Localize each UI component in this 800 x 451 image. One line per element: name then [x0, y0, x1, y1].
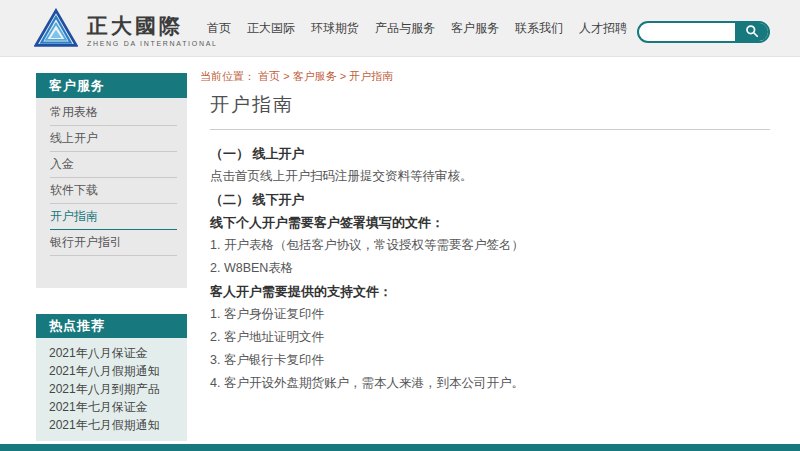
brand-title: 正大國際: [87, 14, 218, 38]
hot-item[interactable]: 2021年八月到期产品: [36, 380, 187, 398]
section-heading-offline: （二） 线下开户: [210, 193, 770, 206]
sidebar-item-bank-account-guide[interactable]: 银行开户指引: [50, 230, 177, 256]
nav-item-home[interactable]: 首页: [207, 20, 231, 37]
sidebar-customer-service: 客户服务 常用表格 线上开户 入金 软件下载 开户指南 银行开户指引: [36, 73, 187, 288]
sidebar-item-software-download[interactable]: 软件下载: [50, 178, 177, 204]
paragraph-subheading: 客人开户需要提供的支持文件：: [210, 285, 770, 298]
hot-list: 2021年八月保证金 2021年八月假期通知 2021年八月到期产品 2021年…: [36, 338, 187, 441]
nav-item-about[interactable]: 正大国际: [247, 20, 295, 37]
breadcrumb-separator: >: [283, 70, 289, 82]
page-root: 正大國際 ZHENG DA INTERNATIONAL 首页 正大国际 环球期货…: [0, 0, 800, 451]
logo-triangle-icon: [34, 8, 78, 52]
breadcrumb: 当前位置： 首页 > 客户服务 > 开户指南: [200, 69, 393, 84]
sidebar-menu: 常用表格 线上开户 入金 软件下载 开户指南 银行开户指引: [36, 98, 187, 288]
main-nav: 首页 正大国际 环球期货 产品与服务 客户服务 联系我们 人才招聘: [207, 0, 627, 57]
paragraph: 1. 客户身份证复印件: [210, 308, 770, 321]
search-icon: [745, 24, 759, 41]
sidebar-item-deposit[interactable]: 入金: [50, 152, 177, 178]
nav-item-customer-service[interactable]: 客户服务: [451, 20, 499, 37]
logo-text: 正大國際 ZHENG DA INTERNATIONAL: [87, 14, 218, 47]
page-title: 开户指南: [210, 92, 770, 130]
paragraph-subheading: 线下个人开户需要客户签署填写的文件：: [210, 216, 770, 229]
hot-item[interactable]: 2021年七月保证金: [36, 398, 187, 416]
hot-item[interactable]: 2021年八月保证金: [36, 344, 187, 362]
breadcrumb-prefix: 当前位置：: [200, 70, 255, 82]
breadcrumb-section[interactable]: 客户服务: [293, 70, 337, 82]
hot-item[interactable]: 2021年八月假期通知: [36, 362, 187, 380]
sidebar-item-common-forms[interactable]: 常用表格: [50, 100, 177, 126]
main-content: 开户指南 （一） 线上开户 点击首页线上开户扫码注册提交资料等待审核。 （二） …: [210, 92, 770, 400]
paragraph: 4. 客户开设外盘期货账户，需本人来港，到本公司开户。: [210, 377, 770, 390]
footer-bar: [0, 444, 800, 451]
hot-item[interactable]: 2021年七月假期通知: [36, 416, 187, 434]
paragraph: 1. 开户表格（包括客户协议，常设授权等需要客户签名）: [210, 239, 770, 252]
hot-title: 热点推荐: [36, 314, 187, 338]
sidebar-item-account-opening-guide[interactable]: 开户指南: [50, 204, 177, 230]
search-input[interactable]: [639, 23, 735, 41]
breadcrumb-home[interactable]: 首页: [258, 70, 280, 82]
sidebar-hot-recommendations: 热点推荐 2021年八月保证金 2021年八月假期通知 2021年八月到期产品 …: [36, 314, 187, 441]
paragraph: 点击首页线上开户扫码注册提交资料等待审核。: [210, 170, 770, 183]
sidebar-title: 客户服务: [36, 73, 187, 98]
logo[interactable]: 正大國際 ZHENG DA INTERNATIONAL: [34, 8, 218, 52]
search-button[interactable]: [735, 23, 768, 41]
paragraph: 2. 客户地址证明文件: [210, 331, 770, 344]
sidebar-item-online-account-opening[interactable]: 线上开户: [50, 126, 177, 152]
search-bar: [637, 21, 770, 43]
breadcrumb-separator: >: [340, 70, 346, 82]
paragraph: 2. W8BEN表格: [210, 262, 770, 275]
section-heading-online: （一） 线上开户: [210, 147, 770, 160]
nav-item-products-services[interactable]: 产品与服务: [375, 20, 435, 37]
nav-item-global-futures[interactable]: 环球期货: [311, 20, 359, 37]
nav-item-careers[interactable]: 人才招聘: [579, 20, 627, 37]
article-body: （一） 线上开户 点击首页线上开户扫码注册提交资料等待审核。 （二） 线下开户 …: [210, 147, 770, 390]
nav-item-contact[interactable]: 联系我们: [515, 20, 563, 37]
brand-subtitle: ZHENG DA INTERNATIONAL: [87, 40, 218, 47]
header: 正大國際 ZHENG DA INTERNATIONAL 首页 正大国际 环球期货…: [0, 0, 800, 57]
breadcrumb-current: 开户指南: [349, 70, 393, 82]
paragraph: 3. 客户银行卡复印件: [210, 354, 770, 367]
